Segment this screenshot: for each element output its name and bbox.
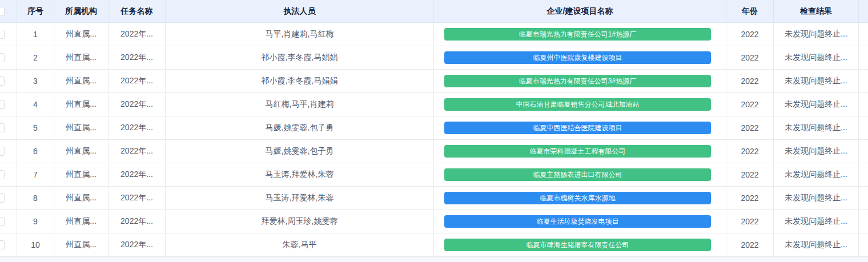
header-extra: [859, 0, 868, 22]
row-checkbox-cell: [0, 70, 17, 92]
header-org: 所属机构: [54, 0, 108, 22]
cell-personnel: 朱蓉,马平: [166, 233, 434, 256]
cell-task: 2022年...: [108, 140, 166, 163]
row-checkbox-cell: [0, 46, 17, 69]
cell-result: 未发现问题终止...: [774, 187, 859, 209]
cell-org: 州直属...: [54, 233, 108, 256]
cell-extra: [859, 187, 868, 209]
cell-project: 临夏市槐树关水库水源地: [434, 187, 726, 209]
cell-project: 临夏市瑞光热力有限责任公司1#热源厂: [434, 23, 726, 46]
cell-personnel: 马红梅,马平,肖建莉: [166, 93, 434, 116]
cell-index: 1: [17, 23, 54, 46]
cell-org: 州直属...: [54, 187, 108, 209]
cell-index: 6: [17, 140, 54, 163]
cell-extra: [859, 163, 868, 186]
cell-extra: [859, 233, 868, 256]
header-task: 任务名称: [108, 0, 166, 22]
cell-task: 2022年...: [108, 93, 166, 116]
horizontal-scrollbar[interactable]: [0, 257, 868, 262]
cell-org: 州直属...: [54, 70, 108, 92]
cell-task: 2022年...: [108, 163, 166, 186]
cell-extra: [859, 46, 868, 69]
project-badge[interactable]: 临夏州中医院康复楼建设项目: [444, 51, 711, 64]
cell-index: 7: [17, 163, 54, 186]
project-badge[interactable]: 临夏市肆海生猪屠宰有限责任公司: [444, 239, 711, 251]
row-checkbox[interactable]: [0, 100, 5, 109]
header-year: 年份: [726, 0, 774, 22]
row-checkbox-cell: [0, 23, 17, 46]
cell-year: 2022: [726, 70, 774, 92]
header-checkbox-cell: [0, 0, 17, 22]
cell-extra: [859, 93, 868, 116]
cell-personnel: 马玉涛,拜爱林,朱蓉: [166, 163, 434, 186]
cell-year: 2022: [726, 46, 774, 69]
row-checkbox[interactable]: [0, 123, 5, 132]
table-row: 7 州直属... 2022年... 马玉涛,拜爱林,朱蓉 临夏主慈肠衣进出口有限…: [0, 163, 868, 187]
table-body: 1 州直属... 2022年... 马平,肖建莉,马红梅 临夏市瑞光热力有限责任…: [0, 23, 868, 257]
cell-year: 2022: [726, 233, 774, 256]
row-checkbox[interactable]: [0, 30, 5, 39]
cell-task: 2022年...: [108, 46, 166, 69]
table-row: 6 州直属... 2022年... 马媛,姚雯蓉,包子勇 临夏市荣科混凝土工程有…: [0, 140, 868, 163]
cell-extra: [859, 210, 868, 233]
project-badge[interactable]: 临夏市荣科混凝土工程有限公司: [444, 145, 711, 158]
cell-org: 州直属...: [54, 116, 108, 139]
cell-result: 未发现问题终止...: [774, 163, 859, 186]
table-row: 5 州直属... 2022年... 马媛,姚雯蓉,包子勇 临夏中西医结合医院建设…: [0, 116, 868, 140]
cell-org: 州直属...: [54, 93, 108, 116]
inspection-table: 序号 所属机构 任务名称 执法人员 企业/建设项目名称 年份 检查结果 1 州直…: [0, 0, 868, 262]
cell-project: 临夏生活垃圾焚烧发电项目: [434, 210, 726, 233]
project-badge[interactable]: 临夏主慈肠衣进出口有限公司: [444, 168, 711, 181]
cell-task: 2022年...: [108, 187, 166, 209]
row-checkbox-cell: [0, 140, 17, 163]
header-index: 序号: [17, 0, 54, 22]
project-badge[interactable]: 中国石油甘肃临夏销售分公司城北加油站: [444, 98, 711, 111]
cell-project: 临夏主慈肠衣进出口有限公司: [434, 163, 726, 186]
row-checkbox[interactable]: [0, 217, 5, 226]
project-badge[interactable]: 临夏市槐树关水库水源地: [444, 192, 711, 204]
cell-project: 临夏市荣科混凝土工程有限公司: [434, 140, 726, 163]
cell-project: 临夏市瑞光热力有限责任公司3#热源厂: [434, 70, 726, 92]
project-badge[interactable]: 临夏生活垃圾焚烧发电项目: [444, 215, 711, 228]
header-result: 检查结果: [774, 0, 859, 22]
cell-result: 未发现问题终止...: [774, 70, 859, 92]
table-row: 2 州直属... 2022年... 祁小霞,李冬霞,马娟娟 临夏州中医院康复楼建…: [0, 46, 868, 70]
cell-result: 未发现问题终止...: [774, 46, 859, 69]
cell-project: 临夏中西医结合医院建设项目: [434, 116, 726, 139]
table-row: 1 州直属... 2022年... 马平,肖建莉,马红梅 临夏市瑞光热力有限责任…: [0, 23, 868, 46]
cell-extra: [859, 70, 868, 92]
project-badge[interactable]: 临夏市瑞光热力有限责任公司1#热源厂: [444, 28, 711, 41]
table-row: 10 州直属... 2022年... 朱蓉,马平 临夏市肆海生猪屠宰有限责任公司…: [0, 233, 868, 257]
row-checkbox[interactable]: [0, 194, 5, 203]
cell-project: 中国石油甘肃临夏销售分公司城北加油站: [434, 93, 726, 116]
cell-task: 2022年...: [108, 233, 166, 256]
cell-personnel: 马玉涛,拜爱林,朱蓉: [166, 187, 434, 209]
row-checkbox-cell: [0, 93, 17, 116]
cell-project: 临夏州中医院康复楼建设项目: [434, 46, 726, 69]
project-badge[interactable]: 临夏市瑞光热力有限责任公司3#热源厂: [444, 75, 711, 87]
row-checkbox[interactable]: [0, 76, 5, 86]
row-checkbox[interactable]: [0, 147, 5, 156]
cell-org: 州直属...: [54, 163, 108, 186]
row-checkbox[interactable]: [0, 240, 5, 249]
cell-index: 8: [17, 187, 54, 209]
cell-org: 州直属...: [54, 210, 108, 233]
row-checkbox-cell: [0, 116, 17, 139]
select-all-checkbox[interactable]: [0, 7, 5, 16]
project-badge[interactable]: 临夏中西医结合医院建设项目: [444, 122, 711, 134]
cell-index: 10: [17, 233, 54, 256]
cell-task: 2022年...: [108, 23, 166, 46]
table-row: 4 州直属... 2022年... 马红梅,马平,肖建莉 中国石油甘肃临夏销售分…: [0, 93, 868, 116]
table-row: 9 州直属... 2022年... 拜爱林,周玉珍,姚雯蓉 临夏生活垃圾焚烧发电…: [0, 210, 868, 233]
cell-org: 州直属...: [54, 23, 108, 46]
row-checkbox[interactable]: [0, 170, 5, 179]
header-personnel: 执法人员: [166, 0, 434, 22]
cell-year: 2022: [726, 210, 774, 233]
cell-year: 2022: [726, 116, 774, 139]
cell-personnel: 拜爱林,周玉珍,姚雯蓉: [166, 210, 434, 233]
cell-org: 州直属...: [54, 46, 108, 69]
table-header: 序号 所属机构 任务名称 执法人员 企业/建设项目名称 年份 检查结果: [0, 0, 868, 23]
row-checkbox[interactable]: [0, 53, 5, 62]
row-checkbox-cell: [0, 163, 17, 186]
cell-index: 4: [17, 93, 54, 116]
